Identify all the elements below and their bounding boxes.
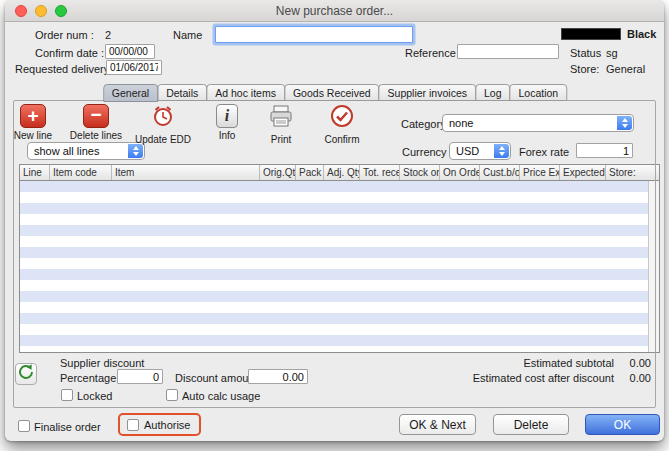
delete-lines-button[interactable]: Delete lines <box>67 104 125 141</box>
authorise-highlight: Authorise <box>118 413 201 436</box>
authorise-checkbox[interactable] <box>127 419 139 431</box>
reference-label: Reference <box>405 47 456 59</box>
confirm-date-input[interactable] <box>105 44 155 59</box>
tab-supplier-invoices[interactable]: Supplier invoices <box>379 84 476 101</box>
tab-general[interactable]: General <box>103 84 158 102</box>
colour-swatch[interactable] <box>561 28 621 40</box>
new-line-button[interactable]: New line <box>11 104 55 141</box>
info-button[interactable]: Info <box>207 104 247 141</box>
confirm-date-label: Confirm date : <box>35 47 104 59</box>
tab-goods-received[interactable]: Goods Received <box>284 84 380 101</box>
printer-icon <box>268 104 294 132</box>
confirm-check-icon <box>330 104 354 132</box>
order-name-input[interactable] <box>215 26 413 43</box>
window-title: New purchase order... <box>5 4 664 18</box>
info-icon <box>216 104 238 128</box>
confirm-button[interactable]: Confirm <box>315 104 369 145</box>
ok-button[interactable]: OK <box>585 414 660 435</box>
tab-bar: General Details Ad hoc items Goods Recei… <box>103 84 566 102</box>
minus-icon <box>83 104 109 128</box>
order-num-value: 2 <box>105 29 111 41</box>
status-label: Status <box>570 47 601 59</box>
order-num-label: Order num : <box>35 29 94 41</box>
general-tab-panel <box>13 100 656 408</box>
tab-details[interactable]: Details <box>157 84 207 101</box>
tab-ad-hoc-items[interactable]: Ad hoc items <box>206 84 285 101</box>
finalise-order-checkbox[interactable] <box>18 420 30 432</box>
update-edd-button[interactable]: Update EDD <box>131 104 195 145</box>
requested-delivery-label: Requested delivery: <box>15 63 112 75</box>
print-button[interactable]: Print <box>257 104 305 145</box>
reference-input[interactable] <box>457 44 559 59</box>
plus-icon <box>20 104 46 128</box>
delete-button[interactable]: Delete <box>493 414 569 435</box>
requested-delivery-input[interactable] <box>106 60 162 75</box>
ok-next-button[interactable]: OK & Next <box>399 414 476 435</box>
colour-name-label: Black <box>627 28 656 40</box>
finalise-order-label: Finalise order <box>34 421 101 433</box>
store-label: Store: <box>570 63 599 75</box>
name-label: Name <box>173 29 202 41</box>
title-bar[interactable]: New purchase order... <box>5 0 664 22</box>
authorise-label: Authorise <box>144 419 190 431</box>
status-value: sg <box>606 47 618 59</box>
store-value: General <box>606 63 645 75</box>
tab-location[interactable]: Location <box>510 84 568 101</box>
alarm-clock-icon <box>151 104 175 132</box>
tab-log[interactable]: Log <box>475 84 511 101</box>
purchase-order-window: New purchase order... Order num : 2 Name… <box>5 0 664 441</box>
